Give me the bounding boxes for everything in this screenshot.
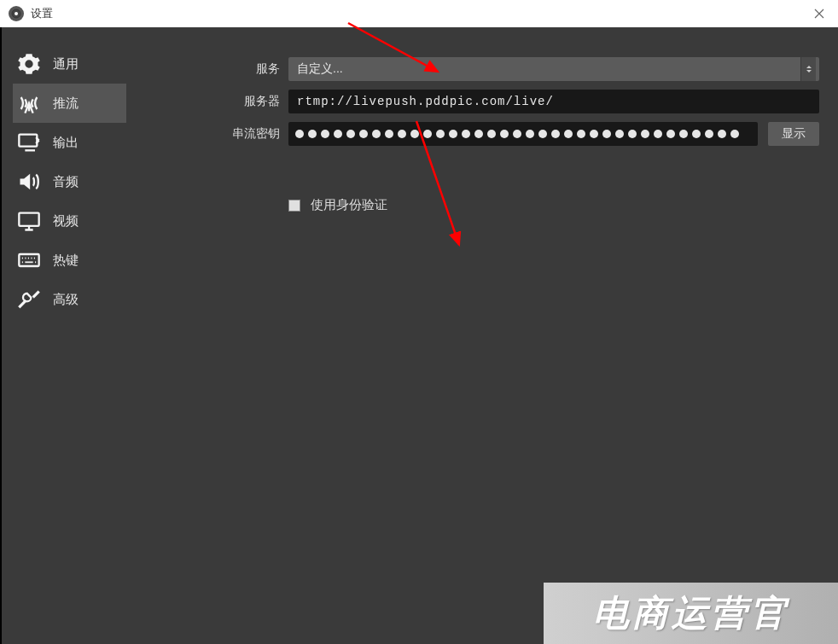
svg-point-1 (15, 12, 18, 15)
auth-row: 使用身份验证 (126, 197, 819, 213)
output-icon (17, 131, 41, 154)
sidebar-item-label: 音频 (53, 174, 79, 190)
sidebar-item-general[interactable]: 通用 (13, 44, 126, 84)
sidebar-item-output[interactable]: 输出 (13, 123, 126, 162)
service-value: 自定义... (297, 61, 343, 77)
svg-rect-5 (19, 254, 38, 266)
sidebar-item-hotkeys[interactable]: 热键 (13, 241, 126, 280)
antenna-icon (17, 91, 41, 115)
speaker-icon (17, 170, 41, 194)
svg-rect-4 (19, 213, 38, 226)
main-area: 通用 推流 输出 音频 视频 (0, 27, 838, 644)
sidebar-item-video[interactable]: 视频 (13, 201, 126, 241)
auth-label: 使用身份验证 (311, 197, 387, 213)
content-panel: 服务 自定义... 服务器 串流密钥 显示 使用身份验证 (126, 27, 838, 644)
svg-rect-3 (19, 135, 37, 147)
show-button[interactable]: 显示 (768, 122, 819, 146)
sidebar: 通用 推流 输出 音频 视频 (0, 27, 126, 644)
streamkey-row: 串流密钥 显示 (126, 122, 819, 146)
service-row: 服务 自定义... (126, 57, 819, 81)
sidebar-item-label: 输出 (53, 135, 79, 151)
service-select[interactable]: 自定义... (288, 57, 819, 81)
chevron-updown-icon (800, 57, 816, 81)
tools-icon (17, 287, 41, 311)
sidebar-item-label: 推流 (53, 96, 79, 112)
service-label: 服务 (126, 61, 288, 77)
app-icon (9, 6, 24, 21)
gear-icon (17, 52, 41, 76)
streamkey-label: 串流密钥 (126, 126, 288, 142)
window-title: 设置 (31, 6, 53, 21)
server-input[interactable] (288, 90, 819, 113)
auth-checkbox[interactable] (288, 200, 300, 212)
server-row: 服务器 (126, 90, 819, 113)
close-button[interactable] (800, 0, 838, 27)
server-label: 服务器 (126, 94, 288, 109)
streamkey-input[interactable] (288, 122, 758, 146)
sidebar-item-label: 通用 (53, 56, 79, 73)
watermark: 电商运营官 (544, 583, 838, 644)
sidebar-item-label: 高级 (53, 292, 79, 308)
sidebar-item-audio[interactable]: 音频 (13, 162, 126, 201)
titlebar: 设置 (0, 0, 838, 27)
sidebar-item-label: 视频 (53, 213, 79, 229)
sidebar-item-stream[interactable]: 推流 (13, 84, 126, 123)
watermark-text: 电商运营官 (593, 589, 789, 637)
sidebar-item-advanced[interactable]: 高级 (13, 280, 126, 319)
sidebar-item-label: 热键 (53, 252, 79, 269)
left-edge (0, 27, 2, 644)
monitor-icon (17, 209, 41, 233)
keyboard-icon (17, 248, 41, 272)
